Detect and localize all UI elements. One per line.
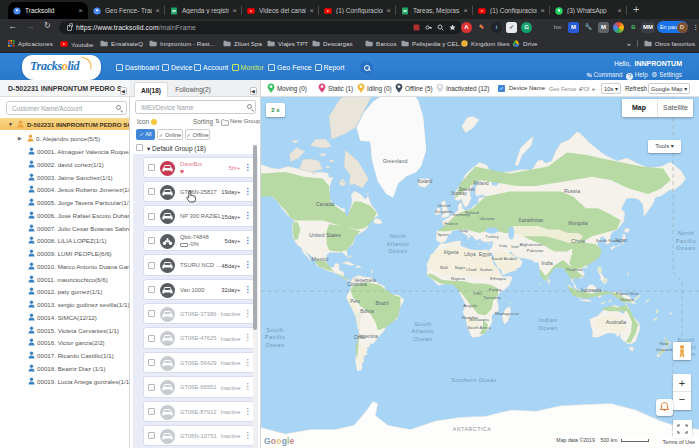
svg-text:Tanzania: Tanzania (483, 295, 501, 300)
svg-text:Atlantic: Atlantic (411, 328, 434, 334)
svg-text:Kingdom: Kingdom (435, 209, 453, 214)
svg-text:Guinea: Guinea (620, 297, 635, 302)
svg-text:Pacific: Pacific (676, 238, 697, 244)
svg-text:France: France (444, 221, 458, 226)
svg-text:Ocean: Ocean (265, 342, 285, 348)
svg-text:Kazakhstan: Kazakhstan (518, 218, 543, 223)
svg-text:Ocean: Ocean (388, 248, 408, 254)
svg-text:Zealand: Zealand (656, 347, 672, 352)
svg-text:Iceland: Iceland (418, 179, 433, 184)
svg-text:China: China (571, 238, 585, 244)
svg-text:South: South (266, 327, 284, 333)
svg-text:Chad: Chad (466, 267, 477, 272)
svg-text:Pakistan: Pakistan (527, 248, 544, 253)
svg-text:Namibia: Namibia (462, 315, 479, 320)
svg-text:Thailand: Thailand (566, 267, 583, 272)
svg-text:United: United (438, 203, 451, 208)
svg-text:Indian: Indian (539, 317, 558, 323)
svg-text:Libya: Libya (464, 252, 476, 257)
svg-text:North: North (390, 233, 407, 239)
svg-text:Sweden: Sweden (459, 187, 476, 192)
svg-text:Australia: Australia (606, 319, 627, 325)
svg-text:Germany: Germany (452, 212, 471, 217)
svg-text:South: South (414, 321, 432, 327)
svg-text:Iraq: Iraq (499, 243, 507, 248)
svg-text:Iran: Iran (511, 244, 519, 249)
svg-text:Papua New: Papua New (616, 291, 640, 296)
svg-text:Italy: Italy (460, 228, 469, 233)
svg-text:Brazil: Brazil (375, 300, 388, 306)
svg-text:Ocean: Ocean (413, 336, 433, 342)
svg-text:Spain: Spain (437, 232, 449, 237)
svg-text:Argentina: Argentina (358, 334, 378, 339)
svg-text:Ethiopia: Ethiopia (490, 276, 506, 281)
svg-text:New: New (660, 341, 670, 346)
svg-text:Indonesia: Indonesia (581, 288, 602, 293)
svg-text:Colombia: Colombia (347, 282, 367, 287)
svg-text:Nigeria: Nigeria (451, 276, 465, 281)
svg-text:Angola: Angola (463, 303, 477, 308)
svg-text:Peru: Peru (350, 299, 360, 304)
svg-text:Afghanistan: Afghanistan (519, 242, 543, 247)
svg-text:Pacific: Pacific (265, 334, 286, 340)
svg-text:South Africa: South Africa (467, 325, 491, 330)
svg-text:Southern Ocean: Southern Ocean (451, 377, 497, 383)
svg-text:Finland: Finland (473, 181, 489, 186)
svg-text:United States: United States (309, 232, 341, 238)
svg-text:Mongolia: Mongolia (568, 221, 588, 226)
svg-text:Atlantic: Atlantic (386, 241, 409, 247)
svg-text:India: India (541, 260, 553, 266)
svg-text:Egypt: Egypt (479, 252, 492, 257)
svg-text:Bolivia: Bolivia (360, 309, 374, 314)
svg-text:Russia: Russia (564, 188, 580, 194)
svg-text:Canada: Canada (316, 201, 335, 207)
svg-text:Ocean: Ocean (676, 245, 696, 251)
svg-text:Ukraine: Ukraine (479, 216, 495, 221)
svg-text:Mexico: Mexico (312, 256, 329, 262)
svg-text:Algeria: Algeria (444, 250, 459, 255)
svg-text:Ocean: Ocean (538, 325, 558, 331)
svg-text:ANTARCTICA: ANTARCTICA (453, 426, 491, 432)
svg-text:Mali: Mali (440, 265, 448, 270)
svg-text:Turkey: Turkey (485, 234, 499, 239)
svg-text:Madagascar: Madagascar (495, 311, 520, 316)
svg-text:Saudi Arabia: Saudi Arabia (492, 256, 517, 261)
svg-text:Kenya: Kenya (489, 287, 502, 292)
svg-text:Sudan: Sudan (480, 267, 493, 272)
svg-text:Greenland: Greenland (383, 158, 408, 164)
svg-text:Niger: Niger (455, 265, 466, 270)
svg-text:DRC: DRC (473, 291, 483, 296)
svg-text:Japan: Japan (614, 238, 627, 243)
svg-text:North: North (678, 230, 695, 236)
